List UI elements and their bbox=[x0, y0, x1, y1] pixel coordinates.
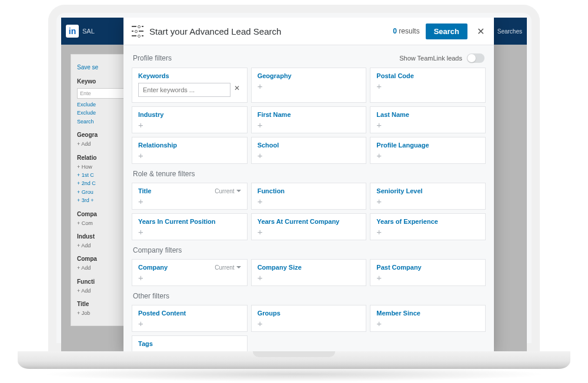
add-icon[interactable]: + bbox=[376, 197, 479, 206]
add-icon[interactable]: + bbox=[258, 273, 360, 282]
filter-seniority[interactable]: Seniority Level + bbox=[370, 183, 486, 210]
keywords-input[interactable] bbox=[138, 83, 230, 97]
add-icon[interactable]: + bbox=[376, 319, 479, 328]
filter-function[interactable]: Function + bbox=[251, 183, 367, 210]
filter-posted-content[interactable]: Posted Content + bbox=[132, 305, 248, 332]
current-dropdown[interactable]: Current bbox=[215, 264, 240, 271]
add-icon[interactable]: + bbox=[258, 197, 360, 206]
filter-title[interactable]: Title Current + bbox=[132, 183, 248, 210]
filter-industry[interactable]: Industry + bbox=[132, 106, 248, 133]
filter-school[interactable]: School + bbox=[251, 137, 367, 164]
searches-link[interactable]: Searches bbox=[497, 28, 522, 35]
add-icon[interactable]: + bbox=[376, 82, 479, 90]
filter-groups[interactable]: Groups + bbox=[251, 305, 367, 332]
filter-first-name[interactable]: First Name + bbox=[251, 106, 367, 133]
filter-past-company[interactable]: Past Company + bbox=[370, 259, 486, 286]
filter-company[interactable]: Company Current + bbox=[132, 259, 248, 286]
filter-tags[interactable]: Tags bbox=[132, 335, 248, 351]
modal-header: Start your Advanced Lead Search 0 result… bbox=[123, 18, 494, 45]
brand-text: SAL bbox=[82, 28, 95, 35]
add-icon[interactable]: + bbox=[258, 227, 360, 236]
add-icon[interactable]: + bbox=[376, 120, 479, 129]
search-button[interactable]: Search bbox=[426, 23, 467, 39]
filter-icon bbox=[132, 25, 143, 38]
current-dropdown[interactable]: Current bbox=[215, 188, 240, 194]
modal-title: Start your Advanced Lead Search bbox=[149, 26, 387, 36]
filter-profile-language[interactable]: Profile Language + bbox=[370, 137, 486, 164]
filter-company-size[interactable]: Company Size + bbox=[251, 259, 367, 286]
teamlink-label: Show TeamLink leads bbox=[399, 55, 462, 62]
filter-member-since[interactable]: Member Since + bbox=[370, 305, 486, 332]
add-icon[interactable]: + bbox=[138, 120, 241, 129]
add-icon[interactable]: + bbox=[138, 319, 241, 328]
add-icon[interactable]: + bbox=[138, 273, 241, 282]
filter-keywords[interactable]: Keywords ✕ bbox=[132, 68, 248, 103]
add-icon[interactable]: + bbox=[258, 319, 360, 328]
filter-relationship[interactable]: Relationship + bbox=[132, 137, 248, 164]
add-icon[interactable]: + bbox=[258, 151, 360, 160]
add-icon[interactable]: + bbox=[138, 197, 241, 206]
add-icon[interactable]: + bbox=[376, 151, 479, 160]
filter-postal-code[interactable]: Postal Code + bbox=[370, 68, 486, 103]
section-role-filters: Role & tenure filters bbox=[133, 170, 195, 178]
filter-geography[interactable]: Geography + bbox=[251, 68, 367, 103]
section-profile-filters: Profile filters bbox=[133, 54, 172, 62]
add-icon[interactable]: + bbox=[138, 151, 241, 160]
results-count: 0 results bbox=[393, 27, 419, 35]
add-icon[interactable]: + bbox=[376, 273, 479, 282]
add-icon[interactable]: + bbox=[138, 227, 241, 236]
laptop-base bbox=[18, 351, 570, 369]
chevron-down-icon bbox=[236, 190, 241, 192]
add-icon[interactable]: + bbox=[258, 120, 360, 129]
section-company-filters: Company filters bbox=[133, 246, 182, 254]
clear-icon[interactable]: ✕ bbox=[234, 84, 240, 92]
teamlink-toggle[interactable] bbox=[467, 53, 485, 63]
advanced-search-modal: Start your Advanced Lead Search 0 result… bbox=[123, 18, 494, 351]
add-icon[interactable]: + bbox=[376, 227, 479, 236]
filter-years-experience[interactable]: Years of Experience + bbox=[370, 213, 486, 240]
add-icon[interactable]: + bbox=[258, 82, 360, 90]
filter-years-company[interactable]: Years At Current Company + bbox=[251, 213, 367, 240]
filter-last-name[interactable]: Last Name + bbox=[370, 106, 486, 133]
section-other-filters: Other filters bbox=[133, 292, 169, 300]
filter-years-position[interactable]: Years In Current Position + bbox=[132, 213, 248, 240]
linkedin-logo-icon: in bbox=[66, 25, 79, 38]
close-icon[interactable]: ✕ bbox=[473, 26, 486, 37]
chevron-down-icon bbox=[236, 266, 241, 268]
